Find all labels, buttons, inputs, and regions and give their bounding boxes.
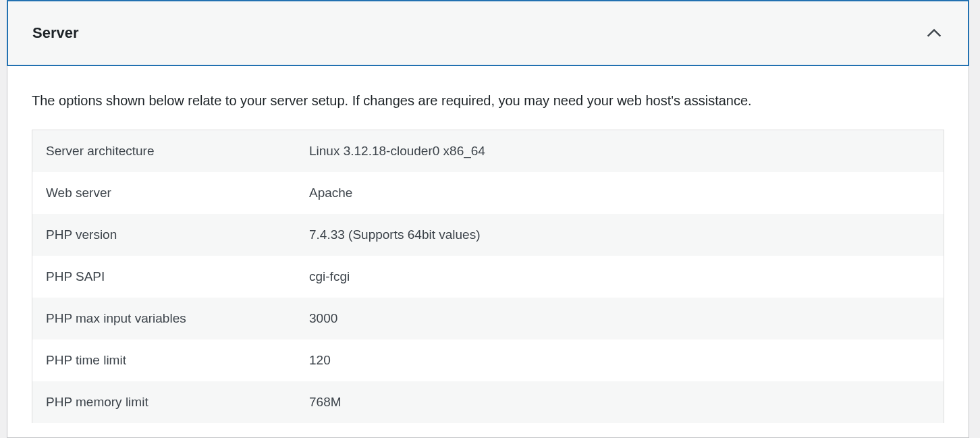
row-label: PHP time limit	[46, 353, 309, 368]
server-info-table: Server architecture Linux 3.12.18-cloude…	[32, 130, 944, 423]
row-value: Apache	[309, 186, 352, 200]
table-row: PHP SAPI cgi-fcgi	[32, 256, 944, 298]
row-label: PHP max input variables	[46, 311, 309, 326]
server-panel: Server The options shown below relate to…	[7, 0, 969, 438]
server-panel-header[interactable]: Server	[7, 0, 969, 66]
row-value: cgi-fcgi	[309, 269, 350, 284]
row-label: PHP SAPI	[46, 269, 309, 284]
chevron-up-icon	[925, 24, 944, 43]
panel-description: The options shown below relate to your s…	[32, 90, 944, 111]
table-row: Server architecture Linux 3.12.18-cloude…	[32, 130, 944, 172]
panel-body: The options shown below relate to your s…	[7, 66, 969, 423]
panel-title: Server	[32, 24, 79, 42]
row-value: 120	[309, 353, 331, 368]
row-value: Linux 3.12.18-clouder0 x86_64	[309, 144, 485, 159]
row-value: 7.4.33 (Supports 64bit values)	[309, 227, 481, 242]
row-value: 3000	[309, 311, 337, 326]
table-row: PHP version 7.4.33 (Supports 64bit value…	[32, 214, 944, 256]
row-value: 768M	[309, 395, 342, 410]
row-label: Web server	[46, 186, 309, 200]
table-row: PHP time limit 120	[32, 339, 944, 381]
row-label: Server architecture	[46, 144, 309, 159]
table-row: PHP max input variables 3000	[32, 298, 944, 339]
table-row: PHP memory limit 768M	[32, 381, 944, 423]
table-row: Web server Apache	[32, 172, 944, 214]
row-label: PHP version	[46, 227, 309, 242]
row-label: PHP memory limit	[46, 395, 309, 410]
